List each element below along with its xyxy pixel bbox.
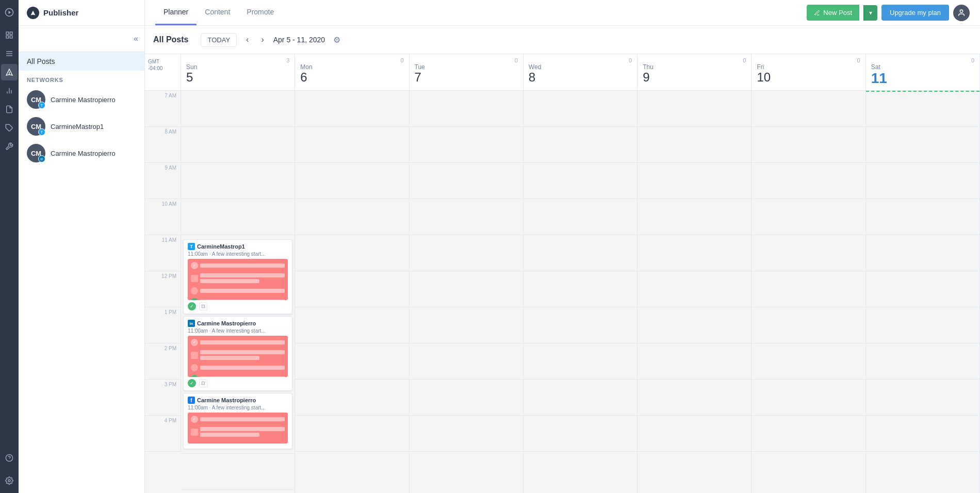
today-button[interactable]: TODAY — [201, 33, 237, 47]
mon-cell-4pm — [295, 416, 409, 452]
tue-cell-1pm — [410, 307, 523, 343]
cal-header-sat: 0 Sat 11 — [866, 54, 980, 90]
user-avatar[interactable] — [953, 5, 970, 21]
next-week-button[interactable]: › — [258, 34, 267, 45]
tue-cell-2pm — [410, 343, 523, 380]
network-badge-twitter-1: T — [38, 128, 45, 136]
sun-cell-8am — [181, 127, 295, 163]
post-card-twitter[interactable]: T CarmineMastrop1 11:00am · A few intere… — [183, 239, 292, 314]
tab-planner[interactable]: Planner — [155, 0, 197, 25]
tue-cell-4pm — [410, 416, 523, 452]
sidebar-icon-publisher[interactable] — [1, 64, 18, 80]
tab-promote[interactable]: Promote — [238, 0, 282, 25]
post-image-preview-linkedin: ✓ — [188, 336, 288, 377]
mon-cell-11am — [295, 235, 409, 271]
svg-point-16 — [960, 10, 962, 12]
sat-cell-1pm — [866, 307, 979, 343]
day-col-wed — [524, 91, 638, 493]
sat-cell-10am — [866, 199, 979, 235]
sidebar-icon-tools[interactable] — [1, 138, 18, 155]
fri-cell-7am — [752, 91, 865, 127]
sidebar-panel: Publisher « All Posts NETWORKS CM T Carm… — [19, 0, 145, 493]
post-card-facebook[interactable]: f Carmine Mastropierro 11:00am · A few i… — [183, 393, 292, 449]
network-item-1[interactable]: CM T CarmineMastrop1 — [19, 113, 144, 140]
date-range-label: Apr 5 - 11, 2020 — [273, 36, 325, 44]
wed-cell-1pm — [524, 307, 637, 343]
network-badge-twitter-0: T — [38, 102, 45, 109]
day-col-sun: T CarmineMastrop1 11:00am · A few intere… — [181, 91, 295, 493]
new-post-button[interactable]: New Post — [807, 5, 859, 21]
network-avatar-2: CM in — [27, 144, 45, 162]
publisher-logo-icon — [27, 7, 39, 19]
mon-cell-9am — [295, 163, 409, 199]
network-item-0[interactable]: CM T Carmine Mastropierro — [19, 86, 144, 113]
prev-week-button[interactable]: ‹ — [243, 34, 252, 45]
time-slot-11am: 11 AM — [145, 235, 181, 271]
cal-header-mon: 0 Mon 6 — [295, 54, 409, 90]
time-slot-7am: 7 AM — [145, 91, 181, 127]
facebook-post-header: f Carmine Mastropierro — [188, 397, 288, 404]
main-area: Planner Content Promote New Post ▾ Upgra… — [145, 0, 980, 493]
fri-cell-10am — [752, 199, 865, 235]
day-col-sat — [866, 91, 980, 493]
tab-content[interactable]: Content — [197, 0, 238, 25]
calendar-settings-icon[interactable]: ⚙ — [333, 35, 340, 45]
sun-name: Sun — [186, 63, 289, 71]
post-card-header: T CarmineMastrop1 — [188, 243, 288, 250]
sat-count: 0 — [871, 57, 974, 63]
new-post-dropdown-button[interactable]: ▾ — [863, 5, 877, 21]
mon-cell-10am — [295, 199, 409, 235]
wed-cell-11am — [524, 235, 637, 271]
fri-cell-11am — [752, 235, 865, 271]
sidebar-icon-help[interactable] — [1, 450, 18, 466]
wed-cell-4pm — [524, 416, 637, 452]
upgrade-button[interactable]: Upgrade my plan — [881, 5, 949, 21]
wed-cell-3pm — [524, 380, 637, 416]
network-item-2[interactable]: CM in Carmine Mastropierro — [19, 140, 144, 167]
thu-name: Thu — [643, 63, 746, 71]
sun-cell-12pm — [181, 454, 295, 490]
time-slot-1pm: 1 PM — [145, 307, 181, 343]
post-time-facebook: 11:00am · A few interesting start... — [188, 405, 288, 410]
sat-cell-11am — [866, 235, 979, 271]
thu-cell-9am — [638, 163, 751, 199]
status-check-icon: ✓ — [188, 302, 196, 310]
tue-cell-3pm — [410, 380, 523, 416]
fri-cell-9am — [752, 163, 865, 199]
sidebar-icon-logo[interactable] — [1, 4, 18, 21]
sidebar-icon-dashboard[interactable] — [1, 27, 18, 43]
networks-section-label: NETWORKS — [19, 71, 144, 86]
linkedin-account-name: Carmine Mastropierro — [197, 320, 256, 326]
twitter-account-name: CarmineMastrop1 — [197, 243, 245, 250]
new-post-icon — [814, 10, 820, 16]
sat-cell-12pm — [866, 271, 979, 307]
cal-header-tue: 0 Tue 7 — [410, 54, 524, 90]
mon-count: 0 — [300, 57, 403, 63]
post-time-linkedin: 11:00am · A few interesting start... — [188, 328, 288, 334]
sidebar-icon-apps[interactable] — [1, 120, 18, 136]
linkedin-post-header: in Carmine Mastropierro — [188, 320, 288, 327]
fri-cell-3pm — [752, 380, 865, 416]
cal-header-thu: 0 Thu 9 — [638, 54, 752, 90]
wed-name: Wed — [529, 63, 632, 71]
network-badge-linkedin-2: in — [38, 155, 45, 162]
calendar-grid: GMT -04:00 3 Sun 5 0 Mon 6 0 — [145, 54, 980, 493]
post-card-linkedin[interactable]: in Carmine Mastropierro 11:00am · A few … — [183, 316, 292, 391]
all-posts-nav-item[interactable]: All Posts — [19, 52, 144, 71]
sidebar-icon-assignments[interactable] — [1, 101, 18, 118]
sidebar-collapse-btn[interactable]: « — [134, 34, 138, 43]
sat-cell-2pm — [866, 343, 979, 380]
mon-cell-1pm — [295, 307, 409, 343]
calendar-body: 7 AM 8 AM 9 AM 10 AM 11 AM 12 PM 1 PM 2 … — [145, 91, 980, 493]
sidebar-icon-streams[interactable] — [1, 45, 18, 62]
mon-number: 6 — [300, 71, 403, 84]
mon-cell-2pm — [295, 343, 409, 380]
tue-number: 7 — [415, 71, 518, 84]
sat-cell-9am — [866, 163, 979, 199]
tue-cell-12pm — [410, 271, 523, 307]
svg-rect-2 — [6, 32, 9, 35]
facebook-platform-icon: f — [188, 397, 195, 404]
sidebar-icon-settings-bottom[interactable] — [1, 472, 18, 489]
mon-cell-7am — [295, 91, 409, 127]
sidebar-icon-analytics[interactable] — [1, 83, 18, 99]
